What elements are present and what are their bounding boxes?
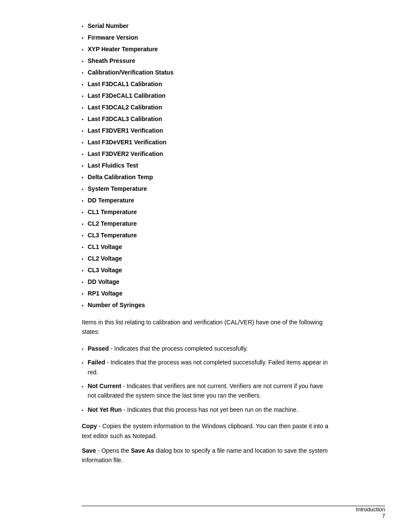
bullet-dot: •: [82, 151, 84, 158]
bullet-dot: •: [82, 186, 84, 193]
states-list: •Passed - Indicates that the process com…: [82, 344, 329, 414]
bullet-dot: •: [82, 346, 84, 353]
state-term: Not Current: [88, 383, 121, 389]
list-item-text: Last F3DeCAL1 Calibration: [88, 91, 165, 100]
bullet-dot: •: [82, 93, 84, 100]
bullet-dot: •: [82, 163, 84, 169]
list-item: •CL3 Temperature: [82, 231, 329, 240]
list-item: •Not Current - Indicates that verifiers …: [82, 381, 329, 401]
list-item-text: Last Fluidics Test: [88, 161, 138, 170]
bullet-dot: •: [82, 70, 84, 76]
list-item-text: CL2 Temperature: [88, 219, 137, 228]
bullet-dot: •: [82, 209, 84, 216]
list-item: •Sheath Pressure: [82, 56, 329, 65]
list-item: •CL1 Voltage: [82, 243, 329, 252]
bullet-dot: •: [82, 383, 84, 390]
bullet-dot: •: [82, 128, 84, 134]
state-term: Passed: [88, 345, 109, 352]
list-item: •CL2 Temperature: [82, 219, 329, 228]
list-item-text: CL1 Temperature: [88, 208, 137, 217]
bullet-dot: •: [82, 81, 84, 88]
bullet-dot: •: [82, 58, 84, 65]
bullet-dot: •: [82, 174, 84, 181]
list-item: •XYP Heater Temperature: [82, 45, 329, 54]
list-item-text: DD Voltage: [88, 277, 120, 286]
list-item: •Last F3DVER2 Verification: [82, 149, 329, 159]
bullet-dot: •: [82, 302, 84, 309]
bullet-dot: •: [82, 407, 84, 414]
list-item-text: DD Temperature: [88, 196, 134, 205]
list-item: •Passed - Indicates that the process com…: [82, 344, 329, 353]
list-item-text: CL2 Voltage: [88, 254, 122, 263]
list-item-text: Sheath Pressure: [88, 56, 136, 65]
list-item-text: Firmware Version: [88, 33, 138, 42]
footer: Introduction 7: [356, 506, 385, 519]
state-content: Not Current - Indicates that verifiers a…: [88, 381, 329, 401]
state-content: Not Yet Run - Indicates that this proces…: [88, 405, 298, 414]
bullet-dot: •: [82, 244, 84, 251]
list-item-text: Last F3DeVER1 Verification: [88, 138, 167, 147]
list-item: •Last F3DCAL1 Calibration: [82, 80, 329, 89]
list-item-text: CL3 Temperature: [88, 231, 137, 240]
list-item: •Not Yet Run - Indicates that this proce…: [82, 405, 329, 414]
list-item: •Serial Number: [82, 22, 329, 31]
footer-section-label: Introduction: [356, 506, 385, 513]
list-item: •Last F3DeVER1 Verification: [82, 138, 329, 147]
footer-page-number: 7: [382, 513, 385, 519]
list-item-text: Last F3DVER2 Verification: [88, 149, 163, 159]
bullet-dot: •: [82, 268, 84, 274]
list-item-text: Serial Number: [88, 22, 129, 31]
list-item: •Last F3DVER1 Verification: [82, 126, 329, 135]
list-item: •Firmware Version: [82, 33, 329, 42]
page: •Serial Number•Firmware Version•XYP Heat…: [0, 0, 411, 532]
list-item-text: Last F3DCAL1 Calibration: [88, 80, 162, 89]
bullet-dot: •: [82, 291, 84, 297]
list-item: •Calibration/Verification Status: [82, 68, 329, 77]
bullet-dot: •: [82, 279, 84, 286]
state-term: Failed: [88, 359, 105, 366]
list-item: •Delta Calibration Temp: [82, 173, 329, 182]
list-item: •Last F3DCAL2 Calibration: [82, 103, 329, 112]
bullet-dot: •: [82, 47, 84, 53]
state-content: Failed - Indicates that the process was …: [88, 358, 329, 377]
bullet-dot: •: [82, 256, 84, 262]
copy-label: Copy: [82, 423, 97, 429]
list-item-text: Last F3DCAL2 Calibration: [88, 103, 162, 112]
footer-divider: [82, 506, 385, 506]
list-item-text: Calibration/Verification Status: [88, 68, 174, 77]
save-action-text: Save - Opens the Save As dialog box to s…: [82, 446, 329, 465]
list-item-text: Delta Calibration Temp: [88, 173, 153, 182]
bullet-dot: •: [82, 116, 84, 123]
state-content: Passed - Indicates that the process comp…: [88, 344, 248, 353]
list-item: •DD Temperature: [82, 196, 329, 205]
list-item: •Last Fluidics Test: [82, 161, 329, 170]
save-as-label: Save As: [131, 447, 154, 454]
list-item-text: Last F3DVER1 Verification: [88, 126, 163, 135]
list-item-text: System Temperature: [88, 184, 147, 193]
list-item-text: RP1 Voltage: [88, 289, 123, 298]
list-item: •CL3 Voltage: [82, 266, 329, 275]
list-item: •RP1 Voltage: [82, 289, 329, 298]
bullet-dot: •: [82, 360, 84, 367]
bullet-dot: •: [82, 105, 84, 111]
save-label: Save: [82, 447, 96, 454]
bullet-dot: •: [82, 23, 84, 30]
bullet-dot: •: [82, 140, 84, 146]
list-item: •Last F3DCAL3 Calibration: [82, 115, 329, 124]
state-term: Not Yet Run: [88, 406, 122, 413]
list-item-text: XYP Heater Temperature: [88, 45, 158, 54]
list-item-text: Last F3DCAL3 Calibration: [88, 115, 162, 124]
list-item: •Last F3DeCAL1 Calibration: [82, 91, 329, 100]
list-item: •CL2 Voltage: [82, 254, 329, 263]
list-item: •Failed - Indicates that the process was…: [82, 358, 329, 377]
list-item-text: Number of Syringes: [88, 301, 145, 310]
list-item: •CL1 Temperature: [82, 208, 329, 217]
list-item: •System Temperature: [82, 184, 329, 193]
bullet-list: •Serial Number•Firmware Version•XYP Heat…: [82, 22, 329, 310]
bullet-dot: •: [82, 221, 84, 227]
bullet-dot: •: [82, 233, 84, 239]
list-item-text: CL1 Voltage: [88, 243, 122, 252]
bullet-dot: •: [82, 35, 84, 41]
intro-text: Items in this list relating to calibrati…: [82, 317, 329, 337]
list-item: •DD Voltage: [82, 277, 329, 286]
